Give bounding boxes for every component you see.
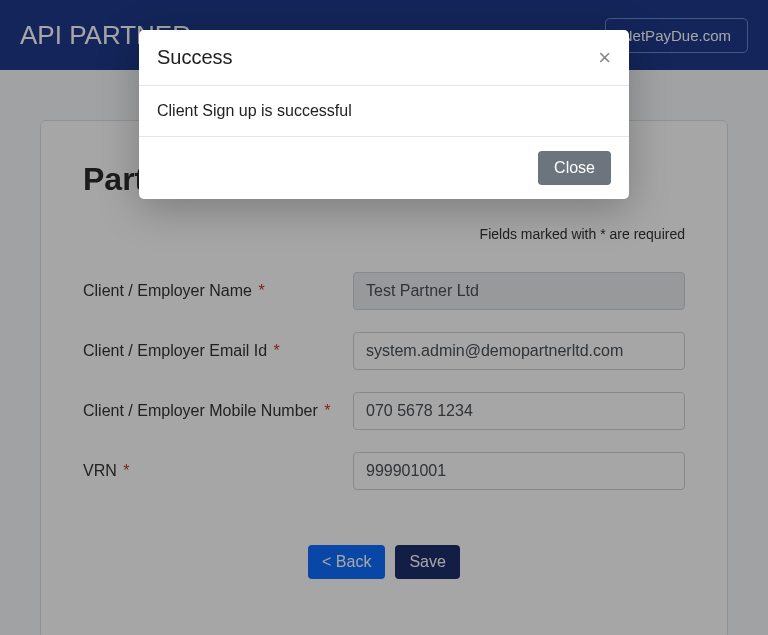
close-icon[interactable]: × [598, 47, 611, 69]
modal-header: Success × [139, 30, 629, 86]
modal-message: Client Sign up is successful [139, 86, 629, 136]
modal-title: Success [157, 46, 233, 69]
close-button[interactable]: Close [538, 151, 611, 185]
modal-footer: Close [139, 136, 629, 199]
success-modal: Success × Client Sign up is successful C… [139, 30, 629, 199]
